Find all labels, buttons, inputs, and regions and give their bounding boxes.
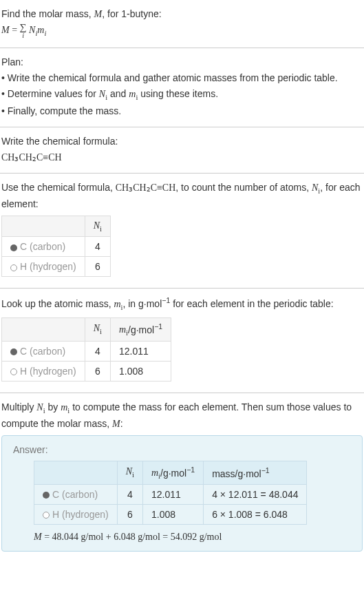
table-row: H (hydrogen) 6 1.008 bbox=[2, 362, 171, 382]
var-ni: Ni bbox=[36, 402, 45, 412]
step4-prefix: Multiply bbox=[1, 401, 36, 412]
mi-value: 1.008 bbox=[110, 362, 171, 382]
sigma-block: ∑i bbox=[20, 23, 27, 39]
step3-exp: −1 bbox=[162, 296, 170, 304]
step3-heading: Look up the atomic mass, mi, in g·mol−1 … bbox=[1, 295, 363, 313]
header-ni: Ni bbox=[117, 461, 142, 484]
bullet2-mid: and bbox=[107, 88, 129, 99]
step4-section: Multiply Ni by mi to compute the mass fo… bbox=[0, 396, 364, 560]
element-name: H (hydrogen) bbox=[52, 509, 109, 520]
answer-box: Answer: Ni mi/g·mol−1 mass/g·mol−1 C (ca… bbox=[1, 435, 363, 552]
step3-mid: , in g·mol bbox=[122, 298, 162, 309]
mi-exp: −1 bbox=[186, 466, 195, 474]
plan-bullet1: • Write the chemical formula and gather … bbox=[1, 71, 363, 85]
mass-value: 4 × 12.011 = 48.044 bbox=[204, 485, 307, 505]
var-mi: mi bbox=[129, 89, 138, 99]
step1-section: Write the chemical formula: CH₃CH₂C≡CH bbox=[0, 130, 364, 170]
step2-section: Use the chemical formula, CH₃CH₂C≡CH, to… bbox=[0, 176, 364, 285]
mi-unit: /g·mol bbox=[128, 324, 154, 335]
step1-heading: Write the chemical formula: bbox=[1, 134, 363, 149]
intro-section: Find the molar mass, M, for 1-butyne: M … bbox=[0, 3, 364, 45]
intro-formula: M = ∑i Nimi bbox=[1, 23, 363, 39]
ni-value: 6 bbox=[85, 257, 110, 277]
var-mi: mi bbox=[61, 402, 69, 412]
hydrogen-dot-icon bbox=[10, 264, 17, 271]
ni-value: 6 bbox=[117, 505, 142, 525]
header-mass: mass/g·mol−1 bbox=[204, 461, 307, 484]
table-row: H (hydrogen) 6 1.008 6 × 1.008 = 6.048 bbox=[34, 505, 307, 525]
formula-eq: = bbox=[10, 25, 20, 35]
answer-label: Answer: bbox=[13, 444, 351, 455]
table-row: H (hydrogen) 6 bbox=[2, 257, 111, 277]
answer-table: Ni mi/g·mol−1 mass/g·mol−1 C (carbon) 4 … bbox=[34, 461, 307, 525]
table-row: C (carbon) 4 12.011 bbox=[2, 342, 171, 362]
formula-n: N bbox=[29, 25, 35, 35]
atomic-mass-table: Ni mi/g·mol−1 C (carbon) 4 12.011 H (hyd… bbox=[1, 317, 171, 382]
var-m: M bbox=[94, 9, 103, 19]
carbon-dot-icon bbox=[10, 348, 17, 355]
header-empty bbox=[2, 216, 85, 237]
mass-label: mass/g·mol bbox=[212, 468, 261, 479]
table-row: C (carbon) 4 bbox=[2, 237, 111, 257]
element-name: C (carbon) bbox=[52, 489, 98, 500]
carbon-dot-icon bbox=[10, 244, 17, 251]
element-cell: C (carbon) bbox=[34, 485, 118, 505]
ni-value: 4 bbox=[85, 237, 110, 257]
ni-value: 4 bbox=[85, 342, 110, 362]
mass-exp: −1 bbox=[261, 466, 270, 474]
element-cell: H (hydrogen) bbox=[2, 362, 85, 382]
header-empty bbox=[34, 461, 118, 484]
var-ni: Ni bbox=[99, 89, 107, 99]
carbon-dot-icon bbox=[43, 492, 50, 499]
plan-bullet2: • Determine values for Ni and mi using t… bbox=[1, 87, 363, 103]
step2-formula: CH₃CH₂C≡CH bbox=[116, 182, 176, 193]
mass-value: 6 × 1.008 = 6.048 bbox=[204, 505, 307, 525]
bullet2-prefix: • Determine values for bbox=[1, 88, 99, 99]
var-m: M bbox=[112, 419, 120, 429]
header-mi: mi/g·mol−1 bbox=[110, 317, 171, 341]
step4-heading: Multiply Ni by mi to compute the mass fo… bbox=[1, 400, 363, 431]
element-name: H (hydrogen) bbox=[20, 366, 76, 377]
element-name: H (hydrogen) bbox=[20, 261, 76, 272]
intro-line1: Find the molar mass, M, for 1-butyne: bbox=[1, 7, 363, 21]
element-cell: C (carbon) bbox=[2, 342, 85, 362]
step3-prefix: Look up the atomic mass, bbox=[1, 298, 114, 309]
divider bbox=[0, 288, 364, 289]
chemical-formula: CH₃CH₂C≡CH bbox=[1, 150, 363, 165]
table-row: C (carbon) 4 12.011 4 × 12.011 = 48.044 bbox=[34, 485, 307, 505]
formula-lhs: M bbox=[1, 25, 10, 35]
plan-section: Plan: • Write the chemical formula and g… bbox=[0, 51, 364, 125]
element-cell: C (carbon) bbox=[2, 237, 85, 257]
step2-prefix: Use the chemical formula, bbox=[1, 182, 116, 193]
divider bbox=[0, 48, 364, 48]
ni-value: 6 bbox=[85, 362, 110, 382]
header-ni: Ni bbox=[85, 216, 110, 237]
var-ni: Ni bbox=[312, 182, 320, 193]
bullet2-suffix: using these items. bbox=[138, 88, 218, 99]
mi-value: 12.011 bbox=[110, 342, 171, 362]
mi-value: 12.011 bbox=[142, 485, 203, 505]
table-header-row: Ni bbox=[2, 216, 111, 237]
step2-heading: Use the chemical formula, CH₃CH₂C≡CH, to… bbox=[1, 180, 363, 211]
step3-section: Look up the atomic mass, mi, in g·mol−1 … bbox=[0, 291, 364, 390]
table-header-row: Ni mi/g·mol−1 mass/g·mol−1 bbox=[34, 461, 307, 484]
step4-mid1: by bbox=[45, 401, 61, 412]
var-mi: mi bbox=[114, 299, 122, 309]
divider bbox=[0, 127, 364, 127]
final-equation: M = 48.044 g/mol + 6.048 g/mol = 54.092 … bbox=[34, 532, 351, 543]
step3-suffix: for each element in the periodic table: bbox=[170, 298, 333, 309]
step2-mid: , to count the number of atoms, bbox=[175, 182, 312, 193]
formula-m: m bbox=[37, 25, 44, 35]
mi-unit: /g·mol bbox=[160, 467, 186, 478]
mi-value: 1.008 bbox=[142, 505, 203, 525]
hydrogen-dot-icon bbox=[43, 512, 50, 519]
header-empty bbox=[2, 317, 85, 341]
plan-bullet3: • Finally, compute the mass. bbox=[1, 104, 363, 118]
header-mi: mi/g·mol−1 bbox=[142, 461, 203, 484]
divider bbox=[0, 393, 364, 393]
intro-text: Find the molar mass, bbox=[1, 8, 94, 19]
hydrogen-dot-icon bbox=[10, 368, 17, 375]
element-name: C (carbon) bbox=[20, 346, 65, 357]
ni-value: 4 bbox=[117, 485, 142, 505]
element-cell: H (hydrogen) bbox=[2, 257, 85, 277]
